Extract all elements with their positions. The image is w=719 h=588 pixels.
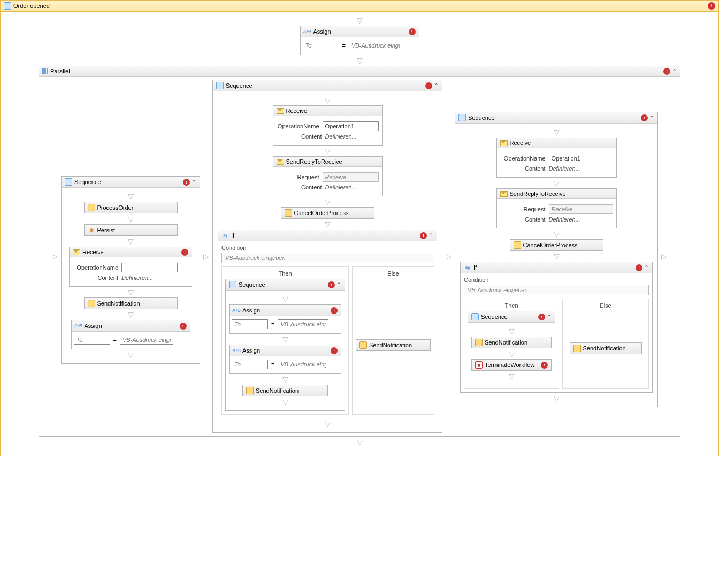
receive-activity[interactable]: Receive OperationName ContentDefinieren.… xyxy=(273,105,383,146)
assign-activity[interactable]: A•B Assign ! = xyxy=(300,26,419,55)
send-notification-activity[interactable]: SendNotification xyxy=(242,385,328,396)
condition-field[interactable]: VB-Ausdruck eingeben xyxy=(221,253,433,263)
send-notification-activity[interactable]: SendNotification xyxy=(570,342,642,354)
error-icon[interactable]: ! xyxy=(708,2,715,10)
sequence-lane-2[interactable]: Sequence!⌃ ▽ Receive OperationName Conte… xyxy=(212,80,442,433)
sequence-lane-3[interactable]: Sequence!⌃ ▽ Receive OperationName Conte… xyxy=(455,112,658,407)
sequence-icon xyxy=(65,178,72,186)
send-reply-activity[interactable]: SendReplyToReceive Request ContentDefini… xyxy=(496,188,617,228)
if-activity[interactable]: ⇆If!⌃ Condition VB-Ausdruck eingeben The… xyxy=(460,262,653,393)
right-arrow-icon: ▷ xyxy=(446,252,452,261)
else-branch: Else SendNotification xyxy=(352,266,434,415)
parallel-icon xyxy=(42,68,48,74)
operation-name-field[interactable] xyxy=(549,154,613,163)
if-activity[interactable]: ⇆If!⌃ Condition VB-Ausdruck eingeben The… xyxy=(218,230,437,418)
sequence-icon xyxy=(4,2,11,10)
process-order-activity[interactable]: ProcessOrder xyxy=(84,202,178,213)
assign-expr-field[interactable] xyxy=(349,41,402,50)
operation-name-field[interactable] xyxy=(323,121,379,131)
cancel-order-activity[interactable]: CancelOrderProcess xyxy=(281,207,374,219)
condition-field[interactable]: VB-Ausdruck eingeben xyxy=(464,285,649,295)
box-icon xyxy=(88,300,95,307)
assign-to-field[interactable] xyxy=(303,41,339,50)
sequence-lane-1[interactable]: Sequence !⌃ ▽ ProcessOrder ▽ ✱Persist ▽ … xyxy=(61,176,200,364)
request-field xyxy=(323,172,379,182)
send-notification-activity[interactable]: SendNotification xyxy=(471,337,552,348)
send-notification-activity[interactable]: SendNotification xyxy=(84,297,178,309)
right-arrow-icon: ▷ xyxy=(52,252,58,261)
cancel-order-activity[interactable]: CancelOrderProcess xyxy=(510,239,603,251)
then-sequence[interactable]: Sequence!⌃ ▽ A•BAssign!= ▽ A•BAssign!= ▽ xyxy=(225,279,345,411)
persist-icon: ✱ xyxy=(88,226,95,234)
error-icon: ! xyxy=(409,28,416,35)
collapse-icon[interactable]: ⌃ xyxy=(672,68,677,75)
down-arrow-icon: ▽ xyxy=(357,438,363,446)
assign-icon: A•B xyxy=(304,28,311,35)
receive-icon xyxy=(73,249,80,255)
receive-activity[interactable]: Receive OperationName ContentDefinieren.… xyxy=(496,138,617,178)
box-icon xyxy=(88,204,95,211)
error-icon: ! xyxy=(663,68,670,75)
assign-activity[interactable]: A•BAssign! = xyxy=(71,320,190,349)
receive-activity[interactable]: Receive! OperationName ContentDefinieren… xyxy=(69,247,192,287)
root-header[interactable]: Order opened ! xyxy=(1,1,718,12)
content-define-link[interactable]: Definieren... xyxy=(121,274,153,281)
root-title: Order opened xyxy=(13,3,50,9)
down-arrow-icon: ▽ xyxy=(357,16,363,25)
stop-icon: ■ xyxy=(475,361,483,369)
down-arrow-icon: ▽ xyxy=(357,56,363,65)
operation-name-field[interactable] xyxy=(121,263,178,272)
send-notification-activity[interactable]: SendNotification xyxy=(356,339,431,351)
send-reply-activity[interactable]: SendReplyToReceive Request ContentDefini… xyxy=(273,156,383,196)
persist-activity[interactable]: ✱Persist xyxy=(84,224,178,236)
then-sequence[interactable]: Sequence!⌃ ▽ SendNotification ▽ ■Termina… xyxy=(468,311,555,385)
if-icon: ⇆ xyxy=(221,232,229,239)
workflow-root: Order opened ! ▽ A•B Assign ! = ▽ Parall… xyxy=(0,0,719,456)
terminate-activity[interactable]: ■TerminateWorkflow! xyxy=(471,359,552,371)
right-arrow-icon: ▷ xyxy=(661,252,667,261)
root-body: ▽ A•B Assign ! = ▽ Parallel !⌃ ▷ xyxy=(1,12,718,450)
right-arrow-icon: ▷ xyxy=(203,252,209,261)
then-branch: Then Sequence!⌃ ▽ A•BAssign!= ▽ A•BAss xyxy=(221,266,349,415)
parallel-activity[interactable]: Parallel !⌃ ▷ Sequence !⌃ ▽ ProcessOrder… xyxy=(39,66,680,437)
collapse-icon[interactable]: ⌃ xyxy=(192,179,196,186)
